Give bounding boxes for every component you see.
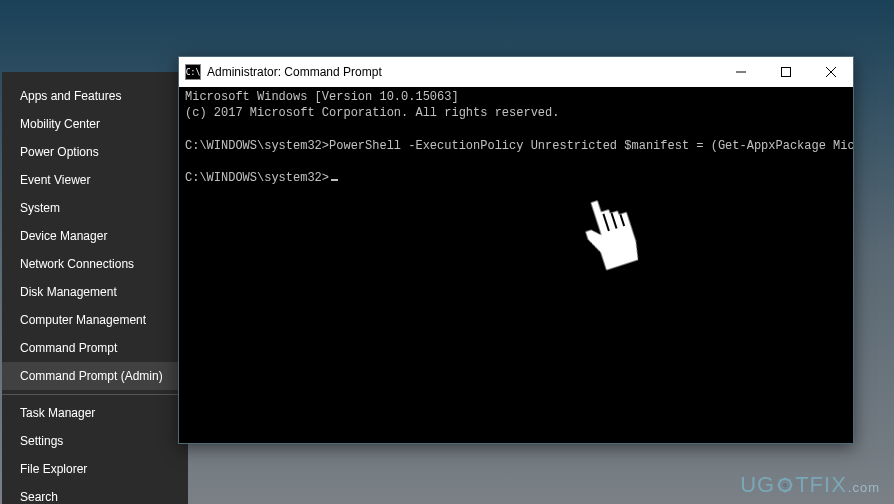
menu-item-network-connections[interactable]: Network Connections [2, 250, 188, 278]
menu-item-power-options[interactable]: Power Options [2, 138, 188, 166]
menu-item-file-explorer[interactable]: File Explorer [2, 455, 188, 483]
menu-divider [2, 394, 188, 395]
cmd-icon-text: C:\ [186, 68, 200, 77]
menu-label: Command Prompt (Admin) [20, 369, 163, 383]
start-context-menu: Apps and Features Mobility Center Power … [2, 72, 188, 504]
menu-item-command-prompt[interactable]: Command Prompt [2, 334, 188, 362]
menu-label: Settings [20, 434, 63, 448]
terminal-line: C:\WINDOWS\system32> [185, 171, 329, 185]
maximize-button[interactable] [763, 57, 808, 87]
menu-label: Command Prompt [20, 341, 117, 355]
menu-item-task-manager[interactable]: Task Manager [2, 399, 188, 427]
window-controls [718, 57, 853, 87]
title-bar[interactable]: C:\ Administrator: Command Prompt [179, 57, 853, 87]
watermark-text-left: UG [740, 472, 775, 498]
menu-item-apps-features[interactable]: Apps and Features [2, 82, 188, 110]
menu-item-system[interactable]: System [2, 194, 188, 222]
menu-label: Disk Management [20, 285, 117, 299]
menu-label: File Explorer [20, 462, 87, 476]
watermark: UG TFIX .com [740, 472, 880, 498]
menu-item-settings[interactable]: Settings [2, 427, 188, 455]
minimize-button[interactable] [718, 57, 763, 87]
minimize-icon [736, 67, 746, 77]
svg-point-9 [783, 482, 788, 487]
close-button[interactable] [808, 57, 853, 87]
menu-label: Apps and Features [20, 89, 121, 103]
menu-label: Power Options [20, 145, 99, 159]
menu-item-mobility-center[interactable]: Mobility Center [2, 110, 188, 138]
menu-label: Mobility Center [20, 117, 100, 131]
terminal-output[interactable]: Microsoft Windows [Version 10.0.15063] (… [179, 87, 853, 443]
terminal-line: Microsoft Windows [Version 10.0.15063] [185, 90, 459, 104]
menu-label: Task Manager [20, 406, 95, 420]
menu-item-search[interactable]: Search [2, 483, 188, 504]
terminal-cursor [331, 179, 338, 181]
window-title: Administrator: Command Prompt [207, 65, 718, 79]
menu-label: Computer Management [20, 313, 146, 327]
menu-item-command-prompt-admin[interactable]: Command Prompt (Admin) [2, 362, 188, 390]
command-prompt-window: C:\ Administrator: Command Prompt Micros… [178, 56, 854, 444]
menu-label: System [20, 201, 60, 215]
terminal-line: C:\WINDOWS\system32>PowerShell -Executio… [185, 139, 853, 153]
menu-label: Event Viewer [20, 173, 90, 187]
menu-item-event-viewer[interactable]: Event Viewer [2, 166, 188, 194]
menu-label: Search [20, 490, 58, 504]
watermark-text-mid: TFIX [795, 472, 847, 498]
menu-item-disk-management[interactable]: Disk Management [2, 278, 188, 306]
menu-label: Network Connections [20, 257, 134, 271]
maximize-icon [781, 67, 791, 77]
cmd-icon: C:\ [185, 64, 201, 80]
svg-rect-1 [781, 68, 790, 77]
menu-item-device-manager[interactable]: Device Manager [2, 222, 188, 250]
watermark-text-tail: .com [848, 480, 880, 495]
close-icon [826, 67, 836, 77]
menu-label: Device Manager [20, 229, 107, 243]
gear-icon [776, 476, 794, 494]
terminal-line: (c) 2017 Microsoft Corporation. All righ… [185, 106, 559, 120]
menu-item-computer-management[interactable]: Computer Management [2, 306, 188, 334]
